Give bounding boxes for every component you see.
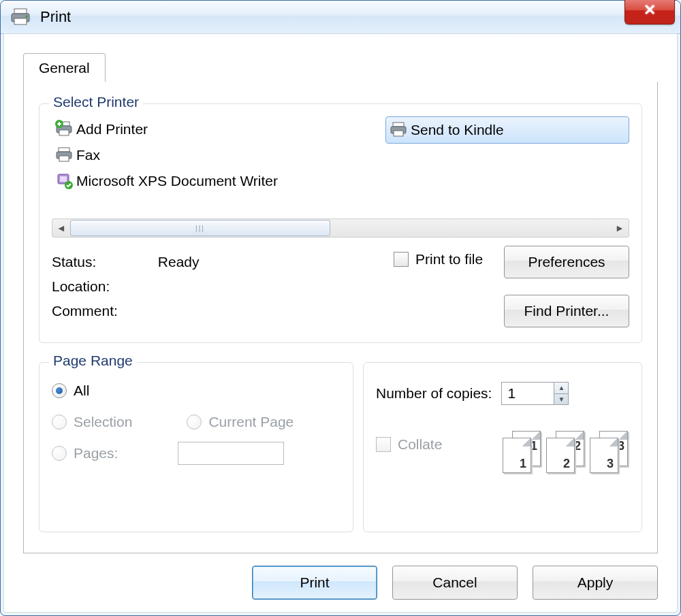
group-page-range: Page Range All Selection Current Page Pa… bbox=[39, 362, 353, 532]
tab-general[interactable]: General bbox=[23, 53, 106, 83]
radio-icon bbox=[52, 446, 67, 461]
add-printer-icon bbox=[53, 120, 76, 139]
spin-down-icon[interactable]: ▼ bbox=[554, 394, 568, 405]
svg-rect-16 bbox=[394, 131, 403, 136]
printer-item-xps[interactable]: Microsoft XPS Document Writer bbox=[52, 168, 385, 194]
printer-label: Send to Kindle bbox=[411, 122, 504, 138]
copies-input[interactable] bbox=[502, 383, 554, 404]
print-to-file-checkbox[interactable]: Print to file bbox=[394, 251, 483, 268]
button-label: Apply bbox=[577, 574, 614, 591]
radio-icon bbox=[52, 383, 67, 398]
page-icon: 2 bbox=[546, 438, 575, 473]
button-label: Preferences bbox=[528, 254, 605, 270]
close-x-icon: ✕ bbox=[625, 0, 674, 21]
svg-point-3 bbox=[25, 15, 27, 17]
location-label: Location: bbox=[52, 274, 154, 299]
find-printer-button[interactable]: Find Printer... bbox=[504, 295, 629, 327]
copies-spinner[interactable]: ▲ ▼ bbox=[501, 382, 569, 405]
printer-label: Microsoft XPS Document Writer bbox=[76, 173, 278, 189]
window-title: Print bbox=[40, 8, 71, 26]
tab-label: General bbox=[39, 60, 90, 76]
fax-printer-icon bbox=[53, 146, 76, 165]
legend-page-range: Page Range bbox=[49, 353, 137, 369]
tab-strip: General bbox=[23, 53, 658, 82]
radio-icon bbox=[52, 415, 67, 429]
svg-rect-10 bbox=[59, 156, 69, 161]
svg-rect-2 bbox=[14, 18, 27, 25]
legend-select-printer: Select Printer bbox=[49, 94, 143, 110]
svg-rect-6 bbox=[59, 130, 69, 135]
xps-printer-icon bbox=[53, 172, 76, 191]
tab-page-general: Select Printer bbox=[23, 82, 658, 553]
group-copies: Number of copies: ▲ ▼ Collate 1 bbox=[363, 362, 642, 532]
pages-input[interactable] bbox=[178, 442, 284, 465]
client-area: General Select Printer bbox=[3, 33, 678, 613]
print-button[interactable]: Print bbox=[252, 566, 377, 600]
dialog-button-row: Print Cancel Apply bbox=[252, 566, 658, 600]
button-label: Print bbox=[300, 574, 329, 591]
button-label: Cancel bbox=[432, 574, 477, 591]
close-button[interactable]: ✕ bbox=[624, 0, 675, 25]
kindle-printer-icon bbox=[387, 120, 411, 140]
printer-list-hscrollbar[interactable]: ◄ ||| ► bbox=[52, 218, 629, 238]
printer-list[interactable]: Add Printer Fax bbox=[52, 116, 629, 205]
status-value: Ready bbox=[158, 254, 200, 270]
checkbox-icon bbox=[394, 252, 409, 267]
cancel-button[interactable]: Cancel bbox=[392, 566, 518, 600]
collate-checkbox[interactable]: Collate bbox=[376, 436, 442, 453]
print-to-file-label: Print to file bbox=[415, 251, 483, 268]
scroll-track[interactable]: ||| bbox=[70, 219, 611, 237]
svg-rect-14 bbox=[393, 123, 404, 127]
apply-button[interactable]: Apply bbox=[533, 566, 658, 600]
printer-item-fax[interactable]: Fax bbox=[52, 142, 385, 168]
scroll-thumb[interactable]: ||| bbox=[70, 220, 330, 236]
page-icon: 3 bbox=[590, 438, 618, 473]
svg-rect-12 bbox=[60, 176, 67, 182]
comment-label: Comment: bbox=[52, 299, 154, 323]
status-label: Status: bbox=[52, 250, 154, 274]
printer-status-grid: Status: Ready Location: Comment: bbox=[52, 250, 200, 323]
group-select-printer: Select Printer bbox=[39, 103, 642, 343]
titlebar[interactable]: Print ✕ bbox=[1, 1, 680, 34]
scroll-right-arrow-icon[interactable]: ► bbox=[611, 219, 629, 237]
printer-item-send-to-kindle[interactable]: Send to Kindle bbox=[385, 116, 629, 144]
printer-item-add-printer[interactable]: Add Printer bbox=[52, 116, 385, 142]
radio-label: All bbox=[74, 383, 89, 399]
radio-icon bbox=[187, 415, 202, 429]
button-label: Find Printer... bbox=[524, 303, 609, 319]
printer-label: Add Printer bbox=[76, 121, 148, 137]
radio-selection: Selection bbox=[74, 414, 132, 430]
collate-label: Collate bbox=[398, 436, 442, 453]
preferences-button[interactable]: Preferences bbox=[504, 246, 629, 278]
printer-label: Fax bbox=[76, 147, 100, 163]
collate-illustration: 1 1 2 2 3 3 bbox=[503, 431, 629, 472]
checkbox-icon bbox=[376, 437, 391, 452]
page-icon: 1 bbox=[503, 438, 531, 473]
printer-icon bbox=[10, 7, 31, 27]
radio-pages: Pages: bbox=[74, 445, 118, 461]
scroll-left-arrow-icon[interactable]: ◄ bbox=[52, 219, 70, 237]
spin-up-icon[interactable]: ▲ bbox=[554, 383, 568, 394]
svg-rect-0 bbox=[14, 9, 27, 14]
radio-current-page: Current Page bbox=[208, 414, 294, 430]
print-dialog-window: Print ✕ General Select Printer bbox=[0, 0, 681, 616]
svg-rect-8 bbox=[59, 148, 69, 152]
copies-label: Number of copies: bbox=[376, 385, 492, 402]
radio-all[interactable]: All bbox=[39, 375, 353, 406]
